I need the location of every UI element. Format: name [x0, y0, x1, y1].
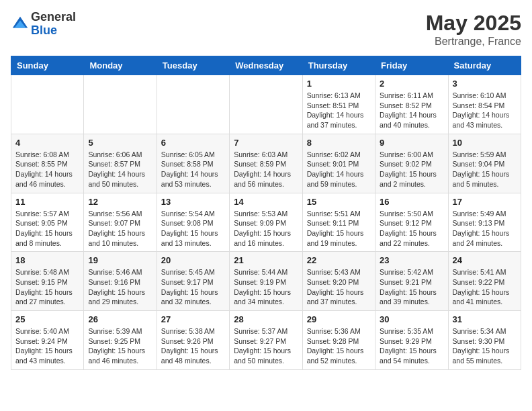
calendar-cell: 9Sunrise: 6:00 AMSunset: 9:02 PMDaylight… — [375, 134, 448, 193]
day-number: 21 — [234, 255, 298, 265]
day-number: 11 — [15, 197, 79, 207]
calendar-cell: 19Sunrise: 5:46 AMSunset: 9:16 PMDayligh… — [84, 252, 157, 311]
page-header: General Blue May 2025 Bertrange, France — [11, 11, 521, 48]
logo: General Blue — [11, 11, 76, 38]
day-info: Sunrise: 6:11 AMSunset: 8:52 PMDaylight:… — [380, 91, 443, 130]
calendar-week-row: 4Sunrise: 6:08 AMSunset: 8:55 PMDaylight… — [11, 134, 521, 193]
day-info: Sunrise: 5:42 AMSunset: 9:21 PMDaylight:… — [380, 267, 443, 307]
day-number: 28 — [234, 314, 298, 324]
calendar-cell — [230, 75, 302, 134]
day-info: Sunrise: 5:50 AMSunset: 9:12 PMDaylight:… — [380, 209, 443, 248]
day-number: 19 — [88, 255, 152, 265]
day-number: 18 — [15, 255, 79, 265]
calendar-cell: 28Sunrise: 5:37 AMSunset: 9:27 PMDayligh… — [230, 311, 302, 370]
calendar-cell: 23Sunrise: 5:42 AMSunset: 9:21 PMDayligh… — [375, 252, 448, 311]
day-number: 31 — [453, 314, 517, 324]
calendar-cell: 11Sunrise: 5:57 AMSunset: 9:05 PMDayligh… — [11, 193, 84, 252]
day-info: Sunrise: 5:53 AMSunset: 9:09 PMDaylight:… — [234, 209, 298, 248]
calendar-week-row: 11Sunrise: 5:57 AMSunset: 9:05 PMDayligh… — [11, 193, 521, 252]
day-number: 15 — [307, 197, 371, 207]
calendar-cell: 7Sunrise: 6:03 AMSunset: 8:59 PMDaylight… — [230, 134, 302, 193]
day-number: 20 — [161, 255, 225, 265]
calendar-cell: 26Sunrise: 5:39 AMSunset: 9:25 PMDayligh… — [84, 311, 157, 370]
calendar-cell: 21Sunrise: 5:44 AMSunset: 9:19 PMDayligh… — [230, 252, 302, 311]
title-location: Bertrange, France — [426, 36, 521, 48]
calendar-cell: 12Sunrise: 5:56 AMSunset: 9:07 PMDayligh… — [84, 193, 157, 252]
weekday-header-sunday: Sunday — [11, 56, 84, 75]
day-number: 10 — [453, 138, 517, 148]
day-number: 13 — [161, 197, 225, 207]
day-info: Sunrise: 6:02 AMSunset: 9:01 PMDaylight:… — [307, 150, 371, 189]
calendar-cell: 13Sunrise: 5:54 AMSunset: 9:08 PMDayligh… — [157, 193, 229, 252]
calendar-cell: 25Sunrise: 5:40 AMSunset: 9:24 PMDayligh… — [11, 311, 84, 370]
day-info: Sunrise: 5:35 AMSunset: 9:29 PMDaylight:… — [380, 326, 443, 366]
weekday-header-monday: Monday — [84, 56, 157, 75]
day-info: Sunrise: 5:40 AMSunset: 9:24 PMDaylight:… — [15, 326, 79, 366]
day-info: Sunrise: 5:37 AMSunset: 9:27 PMDaylight:… — [234, 326, 298, 366]
day-number: 24 — [453, 255, 517, 265]
day-number: 2 — [380, 79, 443, 89]
weekday-header-tuesday: Tuesday — [157, 56, 229, 75]
day-info: Sunrise: 5:46 AMSunset: 9:16 PMDaylight:… — [88, 267, 152, 307]
day-info: Sunrise: 6:06 AMSunset: 8:57 PMDaylight:… — [88, 150, 152, 189]
day-info: Sunrise: 5:36 AMSunset: 9:28 PMDaylight:… — [307, 326, 371, 366]
day-number: 16 — [380, 197, 443, 207]
day-info: Sunrise: 5:44 AMSunset: 9:19 PMDaylight:… — [234, 267, 298, 307]
weekday-header-row: SundayMondayTuesdayWednesdayThursdayFrid… — [11, 56, 521, 75]
day-number: 14 — [234, 197, 298, 207]
day-info: Sunrise: 6:05 AMSunset: 8:58 PMDaylight:… — [161, 150, 225, 189]
day-number: 23 — [380, 255, 443, 265]
calendar-cell: 30Sunrise: 5:35 AMSunset: 9:29 PMDayligh… — [375, 311, 448, 370]
day-info: Sunrise: 5:59 AMSunset: 9:04 PMDaylight:… — [453, 150, 517, 189]
day-number: 4 — [15, 138, 79, 148]
day-number: 17 — [453, 197, 517, 207]
calendar-cell: 2Sunrise: 6:11 AMSunset: 8:52 PMDaylight… — [375, 75, 448, 134]
day-info: Sunrise: 5:41 AMSunset: 9:22 PMDaylight:… — [453, 267, 517, 307]
day-info: Sunrise: 5:38 AMSunset: 9:26 PMDaylight:… — [161, 326, 225, 366]
calendar-cell — [11, 75, 84, 134]
calendar-cell: 27Sunrise: 5:38 AMSunset: 9:26 PMDayligh… — [157, 311, 229, 370]
logo-blue: Blue — [31, 24, 76, 38]
day-info: Sunrise: 6:13 AMSunset: 8:51 PMDaylight:… — [307, 91, 371, 130]
calendar-cell: 17Sunrise: 5:49 AMSunset: 9:13 PMDayligh… — [448, 193, 521, 252]
day-info: Sunrise: 5:48 AMSunset: 9:15 PMDaylight:… — [15, 267, 79, 307]
day-number: 7 — [234, 138, 298, 148]
calendar-cell: 20Sunrise: 5:45 AMSunset: 9:17 PMDayligh… — [157, 252, 229, 311]
calendar-cell: 29Sunrise: 5:36 AMSunset: 9:28 PMDayligh… — [302, 311, 375, 370]
day-number: 25 — [15, 314, 79, 324]
day-info: Sunrise: 5:43 AMSunset: 9:20 PMDaylight:… — [307, 267, 371, 307]
day-info: Sunrise: 5:39 AMSunset: 9:25 PMDaylight:… — [88, 326, 152, 366]
logo-icon — [11, 15, 30, 34]
day-info: Sunrise: 6:00 AMSunset: 9:02 PMDaylight:… — [380, 150, 443, 189]
weekday-header-thursday: Thursday — [302, 56, 375, 75]
calendar-cell: 24Sunrise: 5:41 AMSunset: 9:22 PMDayligh… — [448, 252, 521, 311]
day-number: 27 — [161, 314, 225, 324]
title-month: May 2025 — [426, 11, 521, 36]
calendar-week-row: 18Sunrise: 5:48 AMSunset: 9:15 PMDayligh… — [11, 252, 521, 311]
day-info: Sunrise: 5:56 AMSunset: 9:07 PMDaylight:… — [88, 209, 152, 248]
day-info: Sunrise: 6:10 AMSunset: 8:54 PMDaylight:… — [453, 91, 517, 130]
day-number: 12 — [88, 197, 152, 207]
day-info: Sunrise: 6:08 AMSunset: 8:55 PMDaylight:… — [15, 150, 79, 189]
calendar-cell — [84, 75, 157, 134]
weekday-header-friday: Friday — [375, 56, 448, 75]
day-number: 1 — [307, 79, 371, 89]
day-info: Sunrise: 5:45 AMSunset: 9:17 PMDaylight:… — [161, 267, 225, 307]
weekday-header-wednesday: Wednesday — [230, 56, 302, 75]
logo-general: General — [31, 11, 76, 24]
calendar-week-row: 1Sunrise: 6:13 AMSunset: 8:51 PMDaylight… — [11, 75, 521, 134]
day-info: Sunrise: 5:51 AMSunset: 9:11 PMDaylight:… — [307, 209, 371, 248]
weekday-header-saturday: Saturday — [448, 56, 521, 75]
day-info: Sunrise: 5:34 AMSunset: 9:30 PMDaylight:… — [453, 326, 517, 366]
day-number: 9 — [380, 138, 443, 148]
calendar-cell: 3Sunrise: 6:10 AMSunset: 8:54 PMDaylight… — [448, 75, 521, 134]
day-number: 29 — [307, 314, 371, 324]
title-block: May 2025 Bertrange, France — [426, 11, 521, 48]
calendar-cell: 5Sunrise: 6:06 AMSunset: 8:57 PMDaylight… — [84, 134, 157, 193]
day-number: 22 — [307, 255, 371, 265]
day-info: Sunrise: 5:49 AMSunset: 9:13 PMDaylight:… — [453, 209, 517, 248]
day-number: 3 — [453, 79, 517, 89]
day-number: 8 — [307, 138, 371, 148]
day-info: Sunrise: 5:54 AMSunset: 9:08 PMDaylight:… — [161, 209, 225, 248]
calendar-cell: 18Sunrise: 5:48 AMSunset: 9:15 PMDayligh… — [11, 252, 84, 311]
